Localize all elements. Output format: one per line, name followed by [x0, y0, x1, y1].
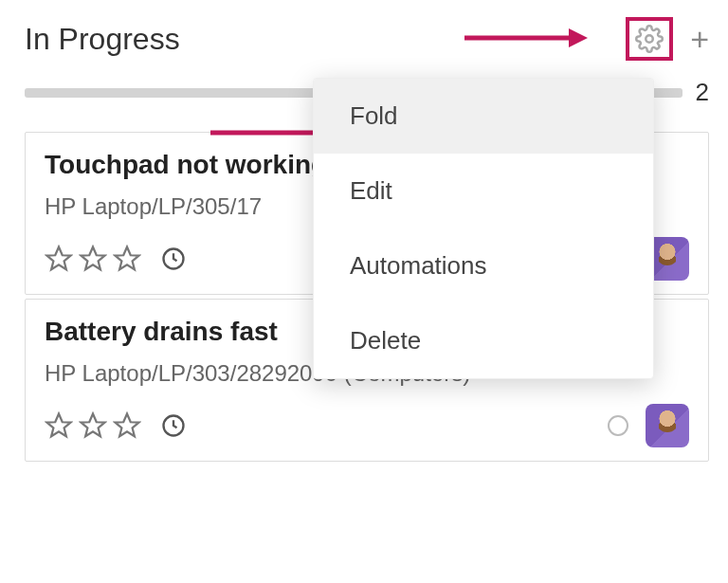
svg-marker-6	[82, 414, 105, 437]
clock-icon[interactable]	[160, 246, 187, 272]
svg-marker-7	[116, 414, 139, 437]
plus-icon: +	[690, 21, 709, 57]
star-icon[interactable]	[45, 245, 73, 273]
avatar[interactable]	[646, 404, 689, 447]
star-icon[interactable]	[113, 245, 141, 273]
svg-marker-5	[47, 414, 71, 437]
radio-indicator[interactable]	[608, 415, 628, 436]
dropdown-item-delete[interactable]: Delete	[314, 303, 653, 378]
add-button[interactable]: +	[690, 23, 709, 55]
column-title: In Progress	[25, 22, 180, 57]
header-actions: +	[626, 17, 709, 61]
dropdown-item-fold[interactable]: Fold	[314, 79, 653, 154]
card-footer	[45, 404, 689, 447]
svg-marker-3	[116, 247, 139, 270]
star-icon[interactable]	[79, 245, 107, 273]
dropdown-item-automations[interactable]: Automations	[314, 228, 653, 303]
card-footer-left	[45, 411, 187, 440]
card-footer-right	[608, 404, 689, 447]
dropdown-item-edit[interactable]: Edit	[314, 154, 653, 228]
svg-marker-2	[82, 247, 105, 270]
star-icon[interactable]	[79, 411, 107, 440]
card-count: 2	[692, 78, 709, 107]
column-header: In Progress +	[25, 9, 709, 78]
settings-dropdown: FoldEditAutomationsDelete	[313, 78, 654, 379]
settings-button[interactable]	[626, 17, 673, 61]
clock-icon[interactable]	[160, 412, 187, 439]
card-footer-left	[45, 245, 187, 273]
gear-icon	[635, 25, 664, 53]
svg-marker-1	[47, 247, 71, 270]
star-icon[interactable]	[113, 411, 141, 440]
star-icon[interactable]	[45, 411, 73, 440]
svg-point-0	[646, 35, 653, 43]
